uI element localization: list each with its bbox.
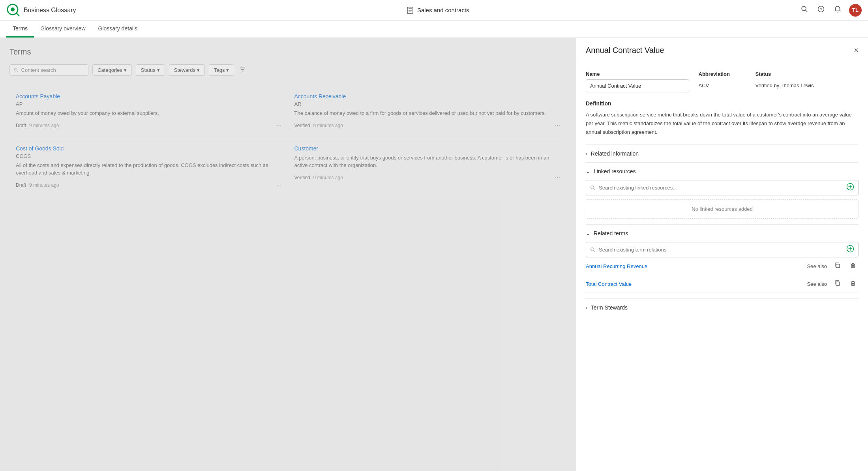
term-more-button[interactable]: ··· <box>555 122 560 129</box>
definition-section: Definition A software subscription servi… <box>586 100 859 137</box>
svg-rect-27 <box>851 264 855 268</box>
search-filter-row: Categories ▾ Status ▾ Stewards ▾ Tags ▾ <box>9 64 566 76</box>
term-footer: Draft 9 minutes ago ··· <box>16 182 282 189</box>
categories-filter[interactable]: Categories ▾ <box>92 64 132 76</box>
copy-related-term-button[interactable] <box>832 279 843 289</box>
tab-terms[interactable]: Terms <box>6 20 34 38</box>
table-row: Annual Recurring Revenue See also <box>586 257 859 275</box>
linked-resources-label: Linked resources <box>594 168 636 175</box>
related-terms-search-input[interactable] <box>599 247 843 253</box>
app-title: Business Glossary <box>24 7 76 14</box>
svg-line-17 <box>594 188 595 190</box>
logo-area: Business Glossary <box>6 3 76 17</box>
term-more-button[interactable]: ··· <box>555 174 560 181</box>
svg-rect-30 <box>836 282 840 285</box>
svg-rect-31 <box>851 282 855 285</box>
status-filter[interactable]: Status ▾ <box>136 64 165 76</box>
status-label: Status <box>756 71 859 77</box>
tab-glossary-overview[interactable]: Glossary overview <box>34 20 92 38</box>
svg-text:?: ? <box>820 7 822 12</box>
name-field-group: Name <box>586 71 689 92</box>
term-name-link[interactable]: Customer <box>294 145 561 152</box>
related-terms-header[interactable]: ⌄ Related terms <box>586 230 859 236</box>
glossary-nav-icon <box>406 6 414 14</box>
term-description: All of the costs and expenses directly r… <box>16 161 282 177</box>
close-panel-button[interactable]: × <box>854 46 859 55</box>
term-more-button[interactable]: ··· <box>276 122 281 129</box>
panel-body: Name Abbreviation ACV Status Verified by… <box>576 63 868 324</box>
content-search-input[interactable] <box>21 67 84 73</box>
terms-grid: Accounts Payable AP Amount of money owed… <box>9 85 566 197</box>
related-terms-label: Related terms <box>594 230 628 236</box>
related-terms-search-row <box>586 242 859 257</box>
abbreviation-label: Abbreviation <box>699 71 746 77</box>
term-name-link[interactable]: Accounts Payable <box>16 93 282 99</box>
linked-resources-section: ⌄ Linked resources <box>586 162 859 224</box>
main-content: Terms Categories ▾ Status ▾ Stewards ▾ <box>0 38 868 471</box>
term-name-link[interactable]: Accounts Receivable <box>294 93 561 99</box>
term-stewards-header[interactable]: › Term Stewards <box>586 304 859 311</box>
related-information-label: Related information <box>591 150 639 157</box>
add-linked-resource-button[interactable] <box>846 183 854 193</box>
search-button[interactable] <box>799 4 810 16</box>
term-description: The balance of money owed to a firm for … <box>294 109 561 117</box>
notifications-button[interactable] <box>832 4 843 16</box>
term-status: Draft <box>16 123 26 128</box>
filter-icon-button[interactable] <box>238 65 247 75</box>
svg-rect-26 <box>836 264 840 268</box>
status-field-group: Status Verified by Thomas Lewis <box>756 71 859 92</box>
term-time: 9 minutes ago <box>29 182 59 188</box>
delete-related-term-button[interactable] <box>847 279 859 289</box>
related-information-section: › Related information <box>586 144 859 162</box>
tab-glossary-details[interactable]: Glossary details <box>92 20 144 38</box>
search-icon <box>14 68 19 73</box>
user-avatar[interactable]: TL <box>849 4 862 17</box>
copy-related-term-button[interactable] <box>832 261 843 271</box>
chevron-down-icon: ⌄ <box>586 168 591 175</box>
name-label: Name <box>586 71 689 77</box>
related-term-name[interactable]: Annual Recurring Revenue <box>586 263 802 269</box>
list-item: Accounts Receivable AR The balance of mo… <box>288 85 567 137</box>
search-icon <box>590 247 596 253</box>
table-row: Total Contract Value See also <box>586 275 859 293</box>
related-term-relation: See also <box>807 281 827 287</box>
help-button[interactable]: ? <box>816 4 826 16</box>
panel-title: Annual Contract Value <box>586 46 664 55</box>
tags-filter[interactable]: Tags ▾ <box>209 64 234 76</box>
term-footer: Verified 9 minutes ago ··· <box>294 122 561 129</box>
term-name-link[interactable]: Cost of Goods Sold <box>16 145 282 152</box>
related-information-header[interactable]: › Related information <box>586 150 859 157</box>
related-term-name[interactable]: Total Contract Value <box>586 281 802 287</box>
term-time: 9 minutes ago <box>313 175 343 180</box>
status-value: Verified by Thomas Lewis <box>756 79 859 92</box>
term-abbreviation: AP <box>16 101 282 107</box>
related-terms-section: ⌄ Related terms <box>586 224 859 298</box>
delete-related-term-button[interactable] <box>847 261 859 271</box>
chevron-right-icon: › <box>586 150 588 157</box>
search-icon <box>590 185 596 191</box>
term-status: Verified <box>294 123 310 128</box>
top-bar-actions: ? TL <box>799 4 862 17</box>
term-description: A person, business, or entity that buys … <box>294 154 561 169</box>
term-more-button[interactable]: ··· <box>276 182 281 189</box>
linked-resources-search-row <box>586 180 859 195</box>
svg-line-8 <box>806 10 808 12</box>
glossary-indicator: Sales and contracts <box>406 6 469 14</box>
chevron-down-icon: ⌄ <box>586 230 591 236</box>
term-abbreviation: COGS <box>16 153 282 159</box>
chevron-right-icon: › <box>586 304 588 311</box>
term-time: 9 minutes ago <box>313 123 343 128</box>
glossary-name: Sales and contracts <box>417 7 469 13</box>
tabs-bar: Terms Glossary overview Glossary details <box>0 21 868 38</box>
search-box[interactable] <box>9 64 88 76</box>
svg-line-12 <box>17 71 19 72</box>
linked-resources-header[interactable]: ⌄ Linked resources <box>586 168 859 175</box>
term-footer: Draft 9 minutes ago ··· <box>16 122 282 129</box>
add-related-term-button[interactable] <box>846 245 854 255</box>
chevron-down-icon: ▾ <box>124 67 127 73</box>
stewards-filter[interactable]: Stewards ▾ <box>169 64 205 76</box>
name-input[interactable] <box>586 79 689 92</box>
related-term-relation: See also <box>807 263 827 269</box>
linked-resources-search-input[interactable] <box>599 185 843 191</box>
top-bar: Business Glossary Sales and contracts ? <box>0 0 868 21</box>
